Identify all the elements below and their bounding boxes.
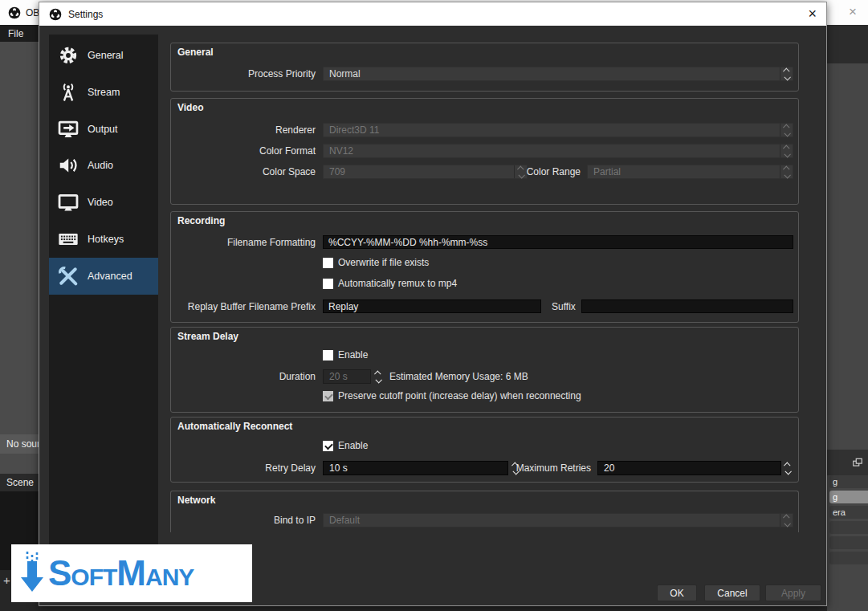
section-title: Recording xyxy=(177,215,225,226)
list-item-label: g xyxy=(833,477,837,487)
suffix-input[interactable] xyxy=(581,299,793,313)
wm-letters-any: ANY xyxy=(145,565,194,589)
overwrite-checkbox[interactable] xyxy=(323,258,333,268)
color-range-value: Partial xyxy=(588,166,780,177)
menu-file[interactable]: File xyxy=(0,28,31,39)
sidebar-item-hotkeys[interactable]: Hotkeys xyxy=(49,221,158,258)
renderer-row: Renderer Direct3D 11 xyxy=(171,123,793,137)
preserve-cutoff-label: Preserve cutoff point (increase delay) w… xyxy=(338,390,581,401)
duration-spinner-arrows-icon[interactable] xyxy=(372,369,385,384)
spinner-arrows-icon xyxy=(780,165,793,178)
color-space-label: Color Space xyxy=(171,166,316,177)
memory-usage-text: Estimated Memory Usage: 6 MB xyxy=(389,371,528,382)
list-item[interactable]: era xyxy=(829,506,868,519)
list-item[interactable]: g xyxy=(829,475,868,488)
right-panel-icon-strip xyxy=(827,450,868,475)
process-priority-value: Normal xyxy=(324,68,780,79)
list-item[interactable] xyxy=(829,536,868,549)
wm-letter-s: S xyxy=(48,556,71,591)
sidebar-item-label: Stream xyxy=(88,87,120,98)
broadcast-icon xyxy=(56,80,80,104)
settings-close-icon[interactable]: × xyxy=(808,5,817,22)
sidebar-item-label: Hotkeys xyxy=(88,234,124,245)
sidebar-item-stream[interactable]: Stream xyxy=(49,74,158,111)
sidebar-item-output[interactable]: Output xyxy=(49,111,158,148)
process-priority-select[interactable]: Normal xyxy=(323,67,793,81)
spinner-arrows-icon[interactable] xyxy=(780,67,793,80)
list-item[interactable] xyxy=(829,521,868,534)
filename-formatting-row: Filename Formatting xyxy=(171,235,793,250)
duration-spinbox: 20 s xyxy=(323,369,371,384)
obs-logo-icon xyxy=(49,8,62,21)
color-format-value: NV12 xyxy=(324,145,780,157)
ok-button[interactable]: OK xyxy=(657,585,697,601)
download-arrow-icon xyxy=(16,550,48,597)
filename-formatting-label: Filename Formatting xyxy=(171,237,316,248)
spinner-arrows-icon xyxy=(780,124,793,136)
section-title: General xyxy=(177,47,214,58)
replay-prefix-input[interactable] xyxy=(323,299,541,313)
ok-button-label: OK xyxy=(670,588,683,599)
filename-formatting-input[interactable] xyxy=(323,235,793,249)
sidebar-item-video[interactable]: Video xyxy=(49,184,158,221)
windows-stack-icon[interactable] xyxy=(852,457,863,468)
list-item-label: era xyxy=(833,507,846,517)
renderer-label: Renderer xyxy=(171,124,316,136)
auto-reconnect-enable-label: Enable xyxy=(338,440,368,451)
sidebar-item-label: Output xyxy=(88,124,118,135)
stream-delay-enable-checkbox[interactable] xyxy=(323,350,333,360)
cancel-button-label: Cancel xyxy=(717,588,747,599)
sidebar-item-label: Advanced xyxy=(88,271,132,282)
spinner-arrows-icon xyxy=(780,145,793,157)
suffix-label: Suffix xyxy=(552,301,576,312)
retry-delay-row: Retry Delay 10 s Maximum Retries 20 xyxy=(171,461,793,475)
stream-delay-enable-label: Enable xyxy=(338,349,368,360)
color-range-label: Color Range xyxy=(436,166,581,177)
list-item-selected[interactable]: g xyxy=(829,491,868,503)
color-range-select: Partial xyxy=(587,165,793,179)
keyboard-icon xyxy=(56,227,80,251)
process-priority-label: Process Priority xyxy=(171,68,316,79)
right-panel-rows: g g era xyxy=(829,475,868,567)
duration-row: Duration 20 s Estimated Memory Usage: 6 … xyxy=(171,369,793,384)
section-stream-delay: Stream Delay Enable Duration 20 s Estima… xyxy=(170,327,799,413)
bind-ip-select: Default xyxy=(323,513,793,527)
settings-dialog: Settings × General xyxy=(39,2,827,606)
right-panel-top xyxy=(827,25,868,63)
section-title: Automatically Reconnect xyxy=(177,421,292,432)
sidebar-item-audio[interactable]: Audio xyxy=(49,147,158,184)
process-priority-row: Process Priority Normal xyxy=(171,67,793,81)
remux-checkbox[interactable] xyxy=(323,279,333,289)
main-window-close-icon[interactable]: × xyxy=(849,4,857,20)
section-title: Video xyxy=(177,102,203,113)
section-title: Stream Delay xyxy=(177,331,238,342)
overwrite-label: Overwrite if file exists xyxy=(338,257,429,268)
sidebar-item-advanced[interactable]: Advanced xyxy=(49,258,158,295)
bind-ip-label: Bind to IP xyxy=(171,515,316,526)
main-right-panel: g g era xyxy=(827,25,868,611)
cancel-button[interactable]: Cancel xyxy=(704,585,760,601)
sidebar-item-general[interactable]: General xyxy=(49,37,158,74)
section-network: Network Bind to IP Default xyxy=(170,491,799,532)
apply-button-label: Apply xyxy=(781,588,805,599)
add-scene-icon[interactable]: + xyxy=(3,573,10,587)
remux-label: Automatically remux to mp4 xyxy=(338,278,457,289)
settings-title: Settings xyxy=(68,9,103,20)
list-item[interactable] xyxy=(829,552,868,564)
bind-ip-value: Default xyxy=(324,515,780,526)
duration-value: 20 s xyxy=(324,371,348,382)
retry-delay-value: 10 s xyxy=(324,462,348,474)
list-item-label: g xyxy=(833,492,837,502)
color-format-row: Color Format NV12 xyxy=(171,144,793,158)
max-retries-value: 20 xyxy=(598,462,614,474)
max-retries-spinbox[interactable]: 20 xyxy=(597,461,781,475)
duration-label: Duration xyxy=(171,371,316,382)
scenes-panel-label: Scene xyxy=(6,477,34,488)
sidebar-item-label: Video xyxy=(88,197,113,208)
max-retries-spinner-arrows-icon[interactable] xyxy=(781,461,794,475)
auto-reconnect-enable-checkbox[interactable] xyxy=(323,441,333,451)
renderer-value: Direct3D 11 xyxy=(324,124,780,136)
spinner-arrows-icon xyxy=(780,514,793,527)
speaker-icon xyxy=(56,153,80,177)
monitor-icon xyxy=(56,190,80,214)
